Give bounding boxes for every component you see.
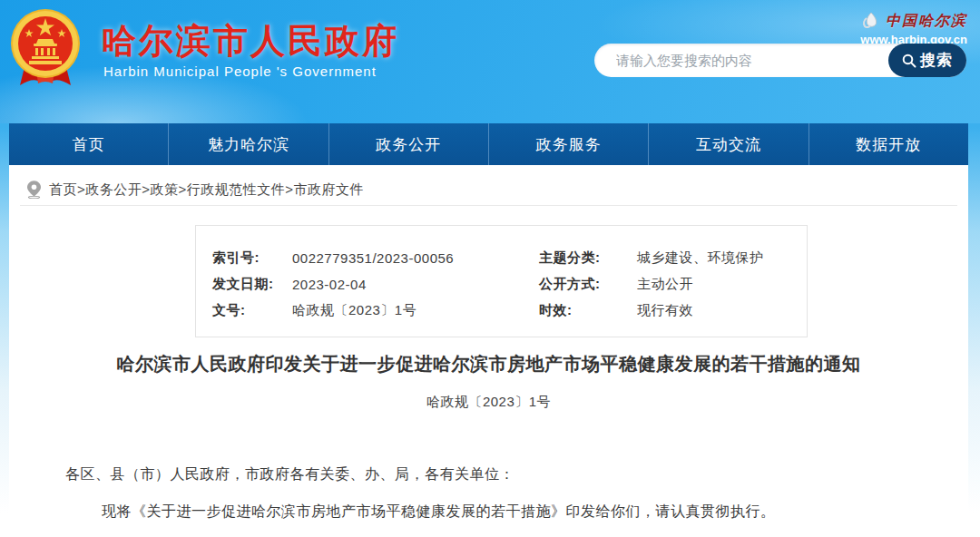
body-paragraph-salutation: 各区、县（市）人民政府，市政府各有关委、办、局，各有关单位：: [65, 464, 514, 484]
search-icon: [902, 54, 916, 68]
meta-value-index-no: 0022779351/2023-00056: [292, 250, 539, 266]
content-panel: 首页>政务公开>政策>行政规范性文件>市政府文件 索引号: 0022779351…: [9, 165, 968, 537]
meta-value-open-mode: 主动公开: [637, 276, 807, 293]
meta-label-category: 主题分类:: [539, 249, 637, 267]
breadcrumb[interactable]: 首页>政务公开>政策>行政规范性文件>市政府文件: [27, 181, 364, 199]
site-header: 哈尔滨市人民政府 Harbin Municipal People 's Gove…: [0, 0, 980, 123]
meta-value-validity: 现行有效: [637, 302, 807, 319]
site-title-english: Harbin Municipal People 's Government: [103, 63, 377, 79]
nav-item-interaction[interactable]: 互动交流: [649, 123, 808, 165]
document-title: 哈尔滨市人民政府印发关于进一步促进哈尔滨市房地产市场平稳健康发展的若干措施的通知: [9, 352, 968, 376]
search-button-label: 搜索: [920, 50, 953, 71]
meta-value-doc-no: 哈政规〔2023〕1号: [292, 302, 539, 319]
breadcrumb-text: 首页>政务公开>政策>行政规范性文件>市政府文件: [49, 181, 364, 199]
breadcrumb-divider: [20, 205, 957, 206]
meta-row: 索引号: 0022779351/2023-00056 主题分类: 城乡建设、环境…: [212, 245, 807, 271]
brand-link[interactable]: 中国哈尔滨 www.harbin.gov.cn: [860, 11, 967, 46]
document-meta-table: 索引号: 0022779351/2023-00056 主题分类: 城乡建设、环境…: [195, 225, 808, 337]
meta-value-issue-date: 2023-02-04: [292, 277, 539, 292]
meta-value-category: 城乡建设、环境保护: [637, 249, 807, 267]
lilac-flower-icon: [861, 11, 881, 31]
meta-label-validity: 时效:: [539, 302, 637, 319]
nav-item-charm[interactable]: 魅力哈尔滨: [169, 123, 328, 165]
meta-row: 发文日期: 2023-02-04 公开方式: 主动公开: [212, 271, 807, 298]
site-title: 哈尔滨市人民政府: [102, 18, 399, 64]
nav-item-gov-info[interactable]: 政务公开: [329, 123, 489, 165]
document-number: 哈政规〔2023〕1号: [9, 394, 968, 411]
meta-label-open-mode: 公开方式:: [539, 276, 637, 293]
body-paragraph-main: 现将《关于进一步促进哈尔滨市房地产市场平稳健康发展的若干措施》印发给你们，请认真…: [102, 502, 776, 522]
meta-label-doc-no: 文号:: [212, 302, 292, 319]
meta-label-issue-date: 发文日期:: [212, 276, 292, 293]
meta-row: 文号: 哈政规〔2023〕1号 时效: 现行有效: [212, 298, 807, 324]
search-bar: 搜索: [594, 44, 966, 77]
page: 哈尔滨市人民政府 Harbin Municipal People 's Gove…: [0, 0, 980, 537]
main-nav: 首页 魅力哈尔滨 政务公开 政务服务 互动交流 数据开放: [9, 123, 968, 165]
national-emblem-icon: [9, 7, 82, 89]
nav-item-home[interactable]: 首页: [9, 123, 169, 165]
meta-label-index-no: 索引号:: [212, 249, 292, 267]
location-pin-icon: [27, 181, 41, 199]
nav-item-gov-service[interactable]: 政务服务: [489, 123, 649, 165]
nav-item-open-data[interactable]: 数据开放: [809, 123, 968, 165]
search-input[interactable]: [594, 44, 885, 77]
search-button[interactable]: 搜索: [888, 44, 966, 77]
brand-name: 中国哈尔滨: [886, 12, 967, 31]
